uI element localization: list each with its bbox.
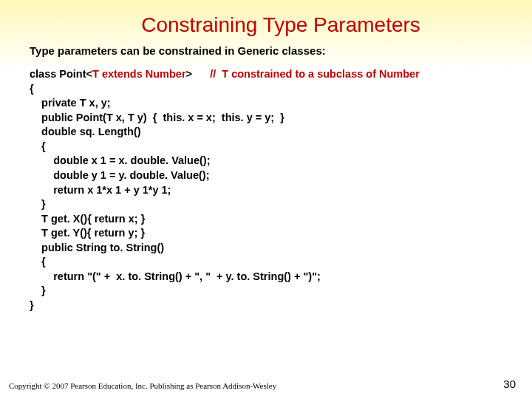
code-line: double x 1 = x. double. Value(); — [30, 154, 532, 168]
code-text: > — [186, 68, 211, 80]
code-line: } — [30, 299, 532, 313]
code-line: T get. X(){ return x; } — [30, 212, 532, 227]
code-line: public String to. String() — [30, 241, 532, 256]
code-line: double y 1 = y. double. Value(); — [30, 168, 532, 183]
code-line: public Point(T x, T y) { this. x = x; th… — [30, 111, 532, 126]
code-line: return x 1*x 1 + y 1*y 1; — [30, 183, 532, 198]
code-block: class Point<T extends Number> // T const… — [30, 67, 532, 313]
code-text: class Point< — [30, 68, 92, 80]
code-comment: // T constrained to a subclass of Number — [210, 68, 420, 80]
code-line: { — [30, 140, 532, 154]
code-line: T get. Y(){ return y; } — [30, 226, 532, 241]
page-number: 30 — [503, 378, 516, 390]
copyright-footer: Copyright © 2007 Pearson Education, Inc.… — [9, 381, 276, 390]
slide-subtitle: Type parameters can be constrained in Ge… — [30, 44, 532, 57]
code-line: { — [30, 255, 532, 270]
code-line: double sq. Length() — [30, 125, 532, 140]
generic-constraint: T extends Number — [92, 68, 186, 80]
slide: Constraining Type Parameters Type parame… — [0, 0, 532, 399]
code-line: return "(" + x. to. String() + ", " + y.… — [30, 270, 532, 284]
slide-title: Constraining Type Parameters — [30, 0, 532, 43]
code-line: } — [30, 197, 532, 212]
code-line: private T x, y; — [30, 96, 532, 111]
code-line: class Point<T extends Number> // T const… — [30, 67, 532, 82]
code-line: } — [30, 284, 532, 299]
code-line: { — [30, 82, 532, 97]
